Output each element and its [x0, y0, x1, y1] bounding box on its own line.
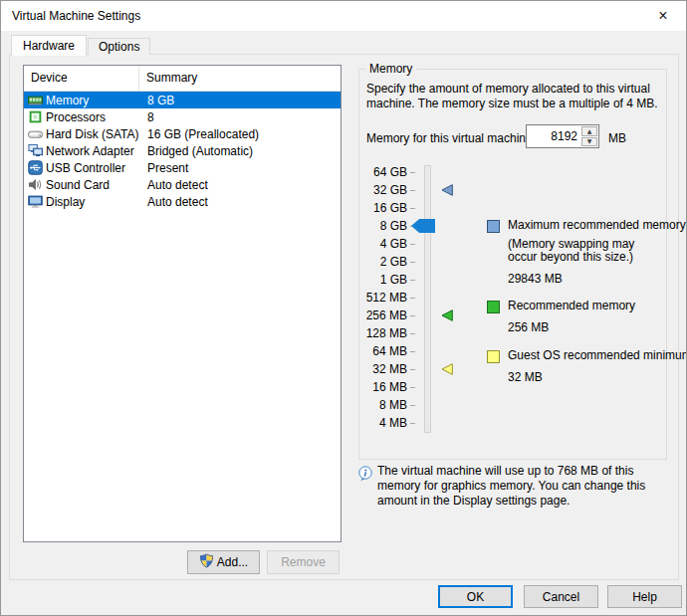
- device-name: Hard Disk (SATA): [46, 127, 139, 141]
- cancel-button[interactable]: Cancel: [524, 585, 598, 608]
- tab-hardware[interactable]: Hardware: [11, 35, 87, 56]
- guest-minimum-swatch: [487, 350, 500, 363]
- device-summary: 8: [139, 110, 154, 124]
- slider-tick: 512 MB: [359, 289, 484, 307]
- tick-label: 16 MB: [363, 380, 407, 394]
- device-summary: Present: [139, 161, 188, 175]
- slider-tick: 64 GB: [359, 163, 484, 181]
- tab-options[interactable]: Options: [88, 38, 150, 55]
- title-bar: Virtual Machine Settings ×: [1, 1, 686, 31]
- display-icon: [28, 194, 43, 209]
- device-row-processors[interactable]: Processors8: [24, 108, 341, 125]
- legend-guest-minimum: Guest OS recommended minimum32 MB: [487, 348, 687, 384]
- slider-tick: 64 MB: [359, 342, 484, 360]
- tick-label: 4 GB: [363, 237, 407, 251]
- device-name: Network Adapter: [46, 144, 139, 158]
- device-name: Display: [46, 195, 139, 209]
- ok-button[interactable]: OK: [438, 585, 513, 608]
- column-header-device[interactable]: Device: [24, 66, 139, 91]
- memory-groupbox: Memory Specify the amount of memory allo…: [358, 69, 667, 460]
- memory-group-title: Memory: [365, 62, 416, 76]
- legend-note: (Memory swapping may occur beyond this s…: [508, 238, 657, 264]
- footer-bar: OK Cancel Help: [1, 580, 686, 615]
- device-row-display[interactable]: DisplayAuto detect: [24, 193, 341, 210]
- network-adapter-icon: [28, 143, 43, 158]
- legend-text: Recommended memory256 MB: [508, 299, 635, 334]
- maximum-recommended-swatch: [487, 220, 500, 233]
- tick-label: 8 MB: [363, 398, 407, 412]
- column-header-summary[interactable]: Summary: [139, 66, 197, 91]
- device-row-network-adapter[interactable]: Network AdapterBridged (Automatic): [24, 142, 341, 159]
- memory-slider: 64 GB32 GB16 GB8 GB4 GB2 GB1 GB512 MB256…: [359, 163, 484, 438]
- slider-tick: 32 MB: [359, 360, 484, 378]
- add-button-label: Add...: [217, 555, 248, 569]
- device-row-hard-disk-sata[interactable]: Hard Disk (SATA)16 GB (Preallocated): [24, 125, 341, 142]
- guest-minimum-marker: [441, 363, 453, 375]
- add-device-button[interactable]: Add...: [187, 550, 260, 574]
- device-summary: 8 GB: [139, 94, 174, 107]
- device-name: Processors: [46, 110, 139, 124]
- virtual-machine-settings-dialog: Virtual Machine Settings × HardwareOptio…: [0, 0, 687, 616]
- device-summary: 16 GB (Preallocated): [139, 127, 259, 141]
- device-row-memory[interactable]: Memory8 GB: [24, 92, 341, 108]
- device-row-sound-card[interactable]: Sound CardAuto detect: [24, 176, 341, 193]
- device-name: USB Controller: [46, 161, 139, 175]
- legend-title: Recommended memory: [508, 299, 635, 312]
- tick-label: 64 GB: [363, 165, 407, 179]
- tick-label: 4 MB: [363, 416, 407, 430]
- graphics-memory-note: The virtual machine will use up to 768 M…: [377, 464, 674, 509]
- tick-label: 128 MB: [363, 326, 407, 340]
- slider-tick: 32 GB: [359, 181, 484, 199]
- remove-button-label: Remove: [281, 555, 326, 569]
- uac-shield-icon: [199, 553, 214, 571]
- device-summary: Auto detect: [139, 178, 208, 192]
- recommended-swatch: [487, 301, 500, 313]
- legend-recommended: Recommended memory256 MB: [487, 299, 635, 334]
- ok-button-label: OK: [467, 590, 484, 604]
- slider-tick: 128 MB: [359, 324, 484, 342]
- tick-dash: [410, 262, 415, 263]
- tick-dash: [410, 172, 415, 173]
- slider-tick: 16 GB: [359, 199, 484, 217]
- dialog-body: HardwareOptions Device Summary Memory8 G…: [1, 31, 686, 615]
- processors-icon: [28, 109, 43, 124]
- slider-tick: 256 MB: [359, 307, 484, 324]
- legend-value: 29843 MB: [508, 272, 686, 286]
- close-icon: ×: [658, 7, 667, 25]
- tick-dash: [410, 190, 415, 191]
- slider-tick: 4 GB: [359, 235, 484, 253]
- help-button[interactable]: Help: [607, 585, 682, 608]
- device-name: Memory: [46, 94, 139, 107]
- slider-tick: 2 GB: [359, 253, 484, 271]
- tick-label: 256 MB: [363, 308, 407, 322]
- slider-tick: 8 MB: [359, 396, 484, 414]
- close-button[interactable]: ×: [646, 4, 680, 28]
- device-list: Device Summary Memory8 GBProcessors8Hard…: [23, 65, 342, 542]
- usb-controller-icon: [28, 160, 43, 175]
- device-summary: Auto detect: [139, 195, 208, 209]
- tick-label: 8 GB: [363, 219, 407, 233]
- device-list-header: Device Summary: [24, 66, 341, 92]
- tick-label: 1 GB: [363, 273, 407, 287]
- slider-tick: 16 MB: [359, 378, 484, 396]
- tick-dash: [410, 405, 415, 406]
- slider-tick-scale: 64 GB32 GB16 GB8 GB4 GB2 GB1 GB512 MB256…: [359, 163, 484, 432]
- cancel-button-label: Cancel: [543, 590, 579, 604]
- tick-label: 2 GB: [363, 255, 407, 269]
- memory-legend: Maximum recommended memory(Memory swappi…: [487, 70, 666, 459]
- legend-text: Maximum recommended memory(Memory swappi…: [508, 218, 686, 286]
- device-row-usb-controller[interactable]: USB ControllerPresent: [24, 159, 341, 176]
- tick-dash: [410, 208, 415, 209]
- tick-label: 512 MB: [363, 291, 407, 305]
- tick-dash: [410, 298, 415, 299]
- legend-maximum-recommended: Maximum recommended memory(Memory swappi…: [487, 218, 686, 286]
- memory-slider-track[interactable]: [424, 165, 431, 433]
- remove-device-button[interactable]: Remove: [267, 550, 340, 574]
- sound-card-icon: [28, 177, 43, 192]
- tick-dash: [410, 423, 415, 424]
- tick-dash: [410, 369, 415, 370]
- maximum-recommended-marker: [441, 184, 453, 196]
- tick-label: 64 MB: [363, 344, 407, 358]
- slider-tick: 1 GB: [359, 271, 484, 289]
- help-button-label: Help: [632, 590, 657, 604]
